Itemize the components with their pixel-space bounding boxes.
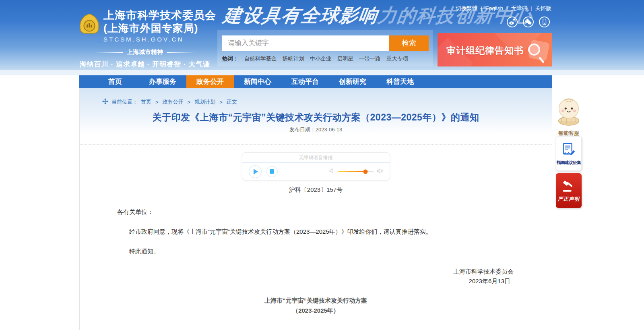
article-content: 当前位置： 首页 > 政务公开 > 规划计划 > 正文 关于印发《上海市“元宇宙… — [79, 88, 552, 330]
banner-text: 审计组纪律告知书 — [446, 44, 524, 57]
weibo-icon[interactable] — [507, 17, 518, 27]
org-domain: STCSM.SH.GOV.CN — [103, 36, 216, 43]
main-nav: 首页 办事服务 政务公开 新闻中心 互动平台 创新研究 科普天地 — [79, 75, 552, 88]
link-care-version[interactable]: 关怀版 — [535, 5, 552, 11]
link-english[interactable]: English — [485, 5, 503, 11]
volume-loud-icon[interactable] — [377, 168, 383, 176]
play-button[interactable] — [249, 165, 262, 178]
hot-word[interactable]: 扬帆计划 — [283, 55, 304, 62]
audit-notice-banner[interactable]: 审计组纪律告知书 — [438, 33, 552, 66]
org-names: 上海市科学技术委员会 (上海市外国专家局) STCSM.SH.GOV.CN — [103, 9, 216, 43]
crumb-gov-disclosure[interactable]: 政务公开 — [163, 98, 184, 106]
header-bottom-strip — [0, 70, 644, 75]
search-input[interactable] — [222, 35, 389, 51]
volume-knob[interactable] — [363, 169, 368, 174]
nav-item-interaction[interactable]: 互动平台 — [281, 75, 329, 88]
nav-item-news[interactable]: 新闻中心 — [234, 75, 281, 88]
paragraph-main: 经市政府同意，现将《上海市“元宇宙”关键技术攻关行动方案（2023—2025年）… — [117, 228, 516, 236]
nav-item-innovation[interactable]: 创新研究 — [329, 75, 376, 88]
audio-player-title: 无障碍语音播报 — [242, 153, 390, 163]
org-name-line1: 上海市科学技术委员会 — [103, 9, 216, 22]
org-name-line2: (上海市外国专家局) — [103, 22, 216, 35]
widget-label: 指南建议征集 — [557, 160, 581, 166]
city-spirit-label: 上海城市精神 — [78, 48, 211, 56]
solemn-statement-widget[interactable]: 严正声明 — [556, 173, 582, 208]
link-separator: | — [481, 5, 482, 11]
crumb-separator: > — [155, 99, 159, 105]
volume-fill — [338, 171, 366, 172]
gavel-icon — [561, 178, 576, 194]
social-icons-row — [507, 17, 550, 27]
volume-slider[interactable] — [338, 171, 374, 172]
play-icon — [254, 169, 258, 174]
guide-suggestion-widget[interactable]: 指南建议征集 — [556, 136, 582, 171]
breadcrumb-label: 当前位置： — [111, 98, 138, 106]
salutation: 各有关单位： — [117, 208, 153, 216]
mobile-icon[interactable] — [539, 17, 550, 27]
audio-player: 无障碍语音播报 — [242, 152, 390, 181]
page-title: 关于印发《上海市“元宇宙”关键技术攻关行动方案（2023—2025年）》的通知 — [80, 111, 552, 124]
link-separator: | — [506, 5, 508, 11]
search-panel: 检索 热词： 自然科学基金 扬帆计划 中小企业 启明星 一带一路 重大专项 — [217, 30, 433, 66]
crumb-home[interactable]: 首页 — [141, 98, 151, 106]
move-icon — [102, 98, 108, 106]
nav-item-gov-disclosure[interactable]: 政务公开 — [186, 75, 234, 88]
nav-item-science[interactable]: 科普天地 — [376, 75, 424, 88]
link-accessibility[interactable]: 无障碍 — [511, 5, 527, 11]
signature-date: 2023年6月13日 — [80, 278, 552, 285]
hot-words-label: 热词： — [222, 55, 239, 62]
calligraphy-part1: 建设具有全球影响 — [222, 5, 379, 26]
crumb-separator: > — [219, 99, 223, 105]
nav-item-services[interactable]: 办事服务 — [139, 75, 186, 88]
crumb-current: 正文 — [227, 98, 237, 106]
search-bar: 检索 — [222, 35, 429, 51]
top-utility-links: 切换繁體|English|无障碍|关怀版 — [456, 5, 551, 12]
crumb-separator: > — [188, 99, 191, 105]
search-button[interactable]: 检索 — [389, 35, 429, 51]
smart-customer-service-widget[interactable]: 智能客服 — [555, 97, 583, 137]
calligraphy-slogan: 建设具有全球影响力的科技创新中心 — [222, 3, 475, 28]
audio-player-controls — [242, 163, 390, 180]
bun-mascot-icon — [555, 97, 582, 127]
hot-word[interactable]: 一带一路 — [359, 55, 381, 62]
site-header: 建设具有全球影响力的科技创新中心 切换繁體|English|无障碍|关怀版 — [0, 0, 644, 70]
magnifier-icon — [521, 40, 549, 65]
divider-dashed — [80, 140, 552, 140]
widget-label: 严正声明 — [558, 196, 580, 203]
signature-org: 上海市科学技术委员会 — [80, 268, 552, 276]
site-logo-block[interactable]: 上海市科学技术委员会 (上海市外国专家局) STCSM.SH.GOV.CN — [78, 9, 216, 43]
attachment-title-line2: （2023-2025年） — [80, 307, 552, 315]
breadcrumb: 当前位置： 首页 > 政务公开 > 规划计划 > 正文 — [102, 98, 237, 106]
hot-word[interactable]: 启明星 — [337, 55, 354, 62]
page: 建设具有全球影响力的科技创新中心 切换繁體|English|无障碍|关怀版 — [0, 0, 644, 330]
link-traditional-chinese[interactable]: 切换繁體 — [456, 5, 477, 11]
stcsm-emblem-icon — [78, 13, 100, 36]
stop-icon — [270, 169, 274, 174]
volume-group — [329, 168, 383, 176]
wechat-icon[interactable] — [523, 17, 534, 27]
volume-mute-icon[interactable] — [329, 168, 335, 175]
publish-date: 发布日期：2023-06-13 — [80, 126, 552, 133]
divider-dotted — [80, 144, 552, 145]
nav-item-home[interactable]: 首页 — [91, 75, 139, 88]
crumb-planning[interactable]: 规划计划 — [194, 98, 215, 106]
link-separator: | — [530, 5, 532, 11]
attachment-title-line1: 上海市“元宇宙”关键技术攻关行动方案 — [80, 297, 552, 305]
document-pen-icon — [561, 142, 576, 158]
stop-button[interactable] — [266, 166, 278, 177]
hot-word[interactable]: 重大专项 — [386, 55, 408, 62]
paragraph-notice: 特此通知。 — [129, 248, 159, 255]
document-number: 沪科〔2023〕157号 — [80, 186, 552, 194]
hot-word[interactable]: 自然科学基金 — [244, 55, 277, 62]
hot-words-row: 热词： 自然科学基金 扬帆计划 中小企业 启明星 一带一路 重大专项 — [222, 55, 429, 62]
hot-word[interactable]: 中小企业 — [310, 55, 332, 62]
